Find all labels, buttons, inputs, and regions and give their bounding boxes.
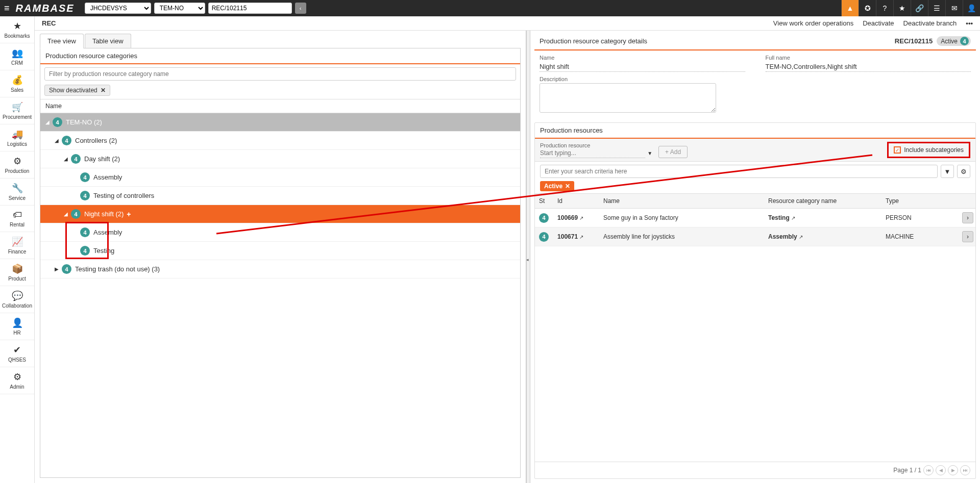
system-select[interactable]: JHCDEVSYS	[85, 3, 151, 14]
top-header: ≡ RAMBASE JHCDEVSYS TEM-NO ‹ ▲ ✪ ? ★ 🔗 ☰…	[0, 0, 980, 16]
help-icon[interactable]: ?	[876, 0, 893, 16]
back-button[interactable]: ‹	[295, 3, 306, 14]
top-selects: JHCDEVSYS TEM-NO ‹	[85, 3, 306, 14]
record-input[interactable]	[208, 3, 292, 14]
top-right-icons: ▲ ✪ ? ★ 🔗 ☰ ✉ 👤	[841, 0, 980, 16]
star-icon[interactable]: ★	[893, 0, 911, 16]
menu-icon[interactable]: ≡	[4, 3, 10, 14]
check-icon[interactable]: ✪	[859, 0, 876, 16]
logo: RAMBASE	[16, 3, 75, 14]
list-icon[interactable]: ☰	[928, 0, 945, 16]
mail-icon[interactable]: ✉	[945, 0, 963, 16]
link-icon[interactable]: 🔗	[911, 0, 928, 16]
alert-icon[interactable]: ▲	[841, 0, 859, 16]
user-icon[interactable]: 👤	[963, 0, 980, 16]
lang-select[interactable]: TEM-NO	[154, 3, 205, 14]
